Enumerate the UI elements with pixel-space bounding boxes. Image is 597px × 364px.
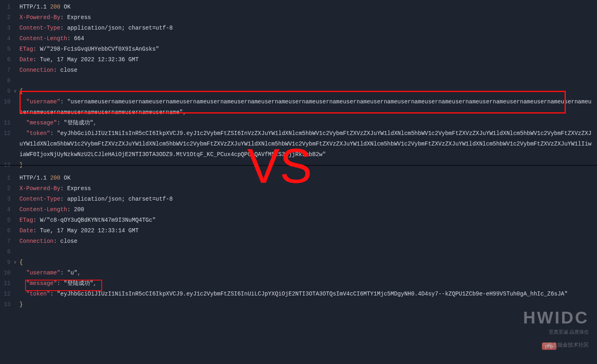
line-number: 4 (0, 204, 14, 215)
line-number: 3 (0, 23, 14, 33)
response-bottom-pane: 1HTTP/1.1 200 OK 2X-Powered-By: Express … (0, 173, 597, 310)
code-line[interactable]: HTTP/1.1 200 OK (19, 173, 597, 183)
line-number: 10 (0, 96, 14, 107)
code-line[interactable]: HTTP/1.1 200 OK (19, 2, 597, 12)
watermark-slogan: 至真至诚 品质保住 (549, 329, 589, 336)
code-line[interactable]: Connection: close (19, 65, 597, 75)
line-number: 7 (0, 236, 14, 246)
line-number: 9 (0, 86, 14, 96)
line-number: 6 (0, 225, 14, 236)
line-number: 12 (0, 289, 14, 299)
line-number: 13 (0, 299, 14, 310)
code-line[interactable]: { (19, 86, 597, 96)
line-number: 5 (0, 215, 14, 225)
code-line[interactable]: } (19, 299, 597, 310)
code-line[interactable]: "username": "u", (19, 268, 597, 278)
line-number: 8 (0, 75, 14, 86)
code-line[interactable]: Content-Type: application/json; charset=… (19, 23, 597, 33)
line-number: 3 (0, 194, 14, 204)
code-line[interactable]: Content-Length: 200 (19, 204, 597, 215)
line-number: 11 (0, 278, 14, 289)
fold-toggle-icon[interactable]: ∨ (14, 86, 19, 96)
watermark-credit: ©稀土掘金技术社区 (543, 341, 589, 349)
line-number: 6 (0, 54, 14, 65)
line-number: 8 (0, 246, 14, 257)
code-line[interactable]: { (19, 257, 597, 268)
code-line[interactable]: "token": "eyJhbGciOiJIUzI1NiIsInR5cCI6Ik… (19, 289, 597, 299)
response-top-pane: 1HTTP/1.1 200 OK 2X-Powered-By: Express … (0, 0, 597, 170)
code-line[interactable]: Date: Tue, 17 May 2022 12:33:14 GMT (19, 225, 597, 236)
line-number: 2 (0, 183, 14, 194)
line-number: 2 (0, 12, 14, 23)
line-number: 4 (0, 33, 14, 44)
code-line[interactable]: ETag: W/"298-Fc1sGvqUHYebbCVf0X9IsAnGsks… (19, 44, 597, 54)
line-number: 10 (0, 268, 14, 278)
line-number: 1 (0, 173, 14, 183)
fold-toggle-icon[interactable]: ∨ (14, 257, 19, 268)
pane-divider (0, 165, 597, 166)
code-line[interactable]: "message": "登陆成功", (19, 278, 597, 289)
code-line[interactable]: "message": "登陆成功", (19, 118, 597, 128)
code-line[interactable]: Content-Type: application/json; charset=… (19, 194, 597, 204)
code-line[interactable]: "token": "eyJhbGciOiJIUzI1NiIsInR5cCI6Ik… (19, 128, 597, 160)
code-line[interactable]: X-Powered-By: Express (19, 183, 597, 194)
line-number: 1 (0, 2, 14, 12)
line-number: 11 (0, 118, 14, 128)
watermark-brand: HWIDC (523, 308, 589, 328)
code-line[interactable]: X-Powered-By: Express (19, 12, 597, 23)
code-line[interactable]: ETag: W/"c8-qOY3uQBdKYNtN47m9I3NuMQ4TGc" (19, 215, 597, 225)
line-number: 9 (0, 257, 14, 268)
line-number: 12 (0, 128, 14, 139)
code-line[interactable]: Connection: close (19, 236, 597, 246)
line-number: 5 (0, 44, 14, 54)
code-line[interactable]: Content-Length: 664 (19, 33, 597, 44)
code-line[interactable]: "username": "usernameusernameusernameuse… (19, 96, 597, 118)
watermark-badge: php (542, 343, 556, 350)
line-number: 7 (0, 65, 14, 75)
code-line[interactable]: Date: Tue, 17 May 2022 12:32:36 GMT (19, 54, 597, 65)
